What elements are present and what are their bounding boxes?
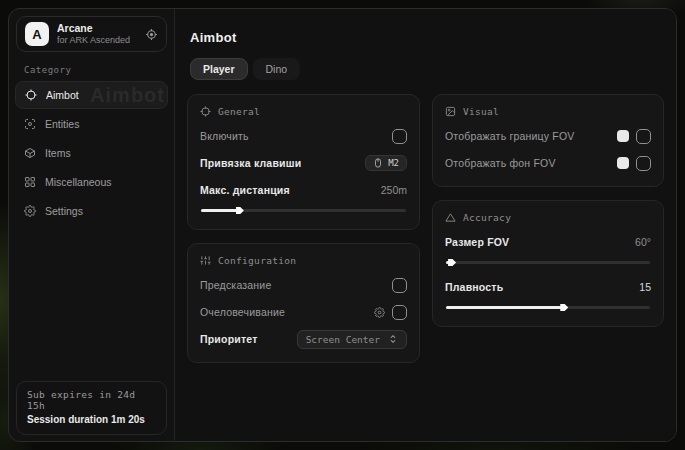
humanization-checkbox[interactable] (392, 305, 407, 320)
sidebar-item-settings[interactable]: Settings (15, 197, 168, 225)
app-name: Arcane (57, 22, 137, 35)
unfold-icon (388, 334, 398, 344)
priority-label: Приоритет (200, 333, 257, 345)
priority-value: Screen Center (306, 334, 380, 345)
slider-thumb[interactable] (236, 206, 244, 216)
panel-title: Configuration (218, 255, 296, 266)
tab-bar: Player Dino (190, 58, 664, 80)
sidebar-item-label: Entities (45, 118, 79, 130)
prediction-label: Предсказание (200, 279, 271, 291)
fov-border-label: Отображать границу FOV (445, 130, 575, 142)
page-title: Aimbot (190, 30, 664, 45)
max-distance-value: 250m (381, 184, 407, 196)
gear-icon (24, 205, 36, 217)
fov-border-checkbox[interactable] (636, 129, 651, 144)
sidebar-nav: Aimbot Aimbot Entities Items (15, 81, 168, 225)
smoothness-slider[interactable] (446, 302, 650, 312)
category-label: Category (24, 65, 161, 75)
fov-background-checkbox[interactable] (636, 156, 651, 171)
max-distance-label: Макс. дистанция (200, 184, 290, 196)
fov-background-color-swatch[interactable] (617, 157, 629, 169)
package-icon (24, 147, 36, 159)
humanization-label: Очеловечивание (200, 306, 285, 318)
max-distance-slider[interactable] (201, 205, 406, 215)
slider-thumb[interactable] (560, 303, 568, 313)
sub-expires-text: Sub expires in 24d 15h (27, 389, 156, 411)
app-window: A Arcane for ARK Ascended Category (8, 8, 677, 442)
tab-player[interactable]: Player (190, 58, 248, 80)
sliders-icon (200, 255, 211, 266)
sidebar-item-aimbot[interactable]: Aimbot Aimbot (15, 81, 168, 109)
sidebar-item-entities[interactable]: Entities (15, 110, 168, 138)
session-duration-text: Session duration 1m 20s (27, 414, 156, 425)
slider-thumb[interactable] (448, 258, 456, 268)
sidebar-item-label: Settings (45, 205, 83, 217)
image-icon (445, 106, 456, 117)
panel-accuracy: Accuracy Размер FOV 60° Плавность 15 (432, 200, 664, 327)
sidebar-item-miscellaneous[interactable]: Miscellaneous (15, 168, 168, 196)
sidebar-item-label: Items (45, 147, 71, 159)
sidebar-item-label: Miscellaneous (45, 176, 112, 188)
keybind-label: Привязка клавиши (200, 157, 301, 169)
panel-title: Visual (463, 106, 499, 117)
fov-size-label: Размер FOV (445, 236, 509, 248)
app-logo: A (25, 22, 49, 46)
fov-size-value: 60° (635, 236, 651, 248)
sidebar-item-label: Aimbot (46, 89, 79, 101)
mouse-icon (373, 158, 383, 168)
app-subtitle: for ARK Ascended (57, 35, 137, 46)
sidebar: A Arcane for ARK Ascended Category (9, 9, 175, 441)
sidebar-item-items[interactable]: Items (15, 139, 168, 167)
sidebar-item-watermark: Aimbot (90, 85, 165, 108)
fov-background-label: Отображать фон FOV (445, 157, 556, 169)
prediction-checkbox[interactable] (392, 278, 407, 293)
keybind-value: M2 (388, 158, 399, 168)
keybind-button[interactable]: M2 (365, 155, 407, 171)
panel-configuration: Configuration Предсказание Очеловечивани… (187, 243, 420, 363)
main-content: Aimbot Player Dino General (175, 9, 676, 441)
fov-border-color-swatch[interactable] (617, 130, 629, 142)
crosshair-icon (25, 89, 37, 101)
triangle-icon (445, 212, 456, 223)
brand-card: A Arcane for ARK Ascended (16, 16, 167, 52)
enable-checkbox[interactable] (392, 129, 407, 144)
scan-person-icon (24, 118, 36, 130)
panel-general: General Включить Привязка клавиши (187, 94, 420, 230)
panel-title: Accuracy (463, 212, 511, 223)
humanization-settings-icon[interactable] (374, 307, 385, 318)
smoothness-label: Плавность (445, 281, 503, 293)
enable-label: Включить (200, 130, 249, 142)
target-icon[interactable] (145, 28, 158, 41)
fov-size-slider[interactable] (446, 257, 650, 267)
smoothness-value: 15 (639, 281, 651, 293)
grid-icon (24, 176, 36, 188)
panel-title: General (218, 106, 260, 117)
session-card: Sub expires in 24d 15h Session duration … (16, 381, 167, 435)
tab-dino[interactable]: Dino (253, 58, 301, 80)
panel-visual: Visual Отображать границу FOV Отображать… (432, 94, 664, 187)
crosshair-icon (200, 106, 211, 117)
priority-dropdown[interactable]: Screen Center (297, 330, 407, 349)
